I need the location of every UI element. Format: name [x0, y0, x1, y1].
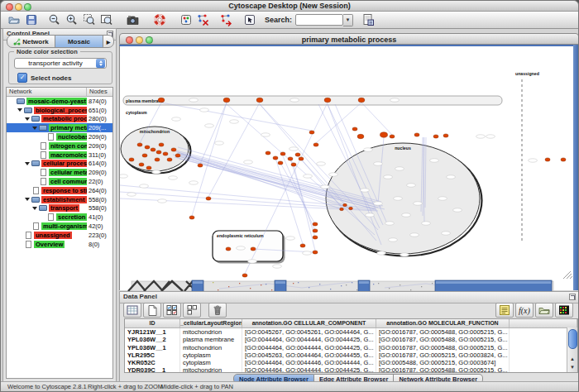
save-session-button[interactable]: [22, 12, 40, 27]
network-name: Overview: [34, 241, 65, 248]
node-count: 22(0): [87, 178, 112, 185]
node-color-dropdown[interactable]: transporter activity: [14, 58, 107, 69]
tree-row[interactable]: response to stimulu264(0): [7, 186, 112, 195]
tree-row[interactable]: transport558(0): [7, 204, 112, 213]
column-header[interactable]: _cellularLayoutRegion: [180, 319, 242, 327]
tree-col-nodes[interactable]: Nodes: [87, 88, 112, 96]
expander-icon[interactable]: [32, 207, 37, 210]
hide-selected-button[interactable]: [194, 12, 212, 27]
scrollbar-thumb[interactable]: [568, 329, 577, 349]
formula-builder-button[interactable]: f(x): [515, 303, 534, 318]
data-panel-title: Data Panel: [123, 293, 157, 300]
attribute-table-body: YJR121W__1mitochondrion[GO:0045267, GO:0…: [125, 328, 577, 373]
tab-mosaic[interactable]: Mosaic: [55, 36, 103, 47]
table-vertical-scrollbar[interactable]: ▲▼: [567, 327, 577, 372]
folder-icon: [24, 108, 32, 113]
zoom-out-icon: [48, 13, 61, 26]
main-toolbar: Search: ▼: [1, 12, 578, 29]
table-row[interactable]: YPL036W__2plasma membrane[GO:0044464, GO…: [125, 336, 577, 343]
tree-row[interactable]: secretion41(0): [7, 213, 112, 222]
table-row[interactable]: YLR295Ccytoplasm[GO:0045263, GO:0044464,…: [125, 351, 577, 359]
tab-overflow-arrow[interactable]: ▶: [103, 36, 113, 47]
svg-text:endoplasmic reticulum: endoplasmic reticulum: [217, 233, 264, 238]
stepper-icon: [96, 59, 105, 68]
cytopanel-toggle-button[interactable]: [177, 12, 194, 27]
network-graph[interactable]: plasma membranecytoplasmmitochondrionnuc…: [120, 46, 579, 292]
tab-network[interactable]: Network: [7, 36, 55, 47]
expander-icon[interactable]: [32, 127, 37, 130]
new-attribute-button[interactable]: [143, 303, 161, 318]
network-canvas[interactable]: plasma membranecytoplasmmitochondrionnuc…: [119, 45, 579, 290]
tree-row[interactable]: cellular metabo209(0): [7, 168, 112, 177]
open-session-button[interactable]: [5, 12, 22, 27]
table-cell: YDR039C__1: [125, 366, 180, 373]
import-attributes-button[interactable]: [535, 303, 553, 318]
annotation-select-button[interactable]: [241, 12, 258, 27]
attribute-matrix-button[interactable]: [555, 303, 573, 318]
select-all-attributes-button[interactable]: [163, 303, 181, 318]
search-input[interactable]: [295, 14, 343, 26]
tree-row[interactable]: mosaic-demo-yeast874(0): [7, 97, 112, 106]
expander-icon[interactable]: [25, 198, 30, 201]
network-view-titlebar[interactable]: primary metabolic process: [119, 33, 579, 45]
column-header[interactable]: ID: [125, 319, 180, 327]
attribute-list-button[interactable]: [495, 303, 514, 318]
float-panel-icon[interactable]: [569, 294, 576, 300]
zoom-selected-button[interactable]: [80, 12, 98, 27]
svg-text:cytoplasm: cytoplasm: [126, 110, 147, 115]
table-cell: [GO:0016787, GO:0005215, GO:0003824, G..…: [376, 351, 510, 359]
show-all-button[interactable]: [218, 12, 235, 27]
table-row[interactable]: YJR121W__1mitochondrion[GO:0045267, GO:0…: [125, 328, 577, 336]
tree-row[interactable]: nucleobase-209(0): [7, 132, 112, 141]
tree-col-network[interactable]: Network: [7, 88, 87, 96]
tree-row[interactable]: cellular process614(0): [7, 160, 112, 169]
expander-icon[interactable]: [25, 117, 30, 121]
table-cell: mitochondrion: [180, 344, 242, 351]
table-cell: [GO:0044464, GO:0044444, GO:0044425, G..…: [242, 336, 376, 343]
status-bar: Welcome to Cytoscape 2.8.1 Right-click +…: [1, 381, 578, 391]
matrix-icon: [557, 304, 571, 316]
select-nodes-checkbox[interactable]: ✓: [17, 73, 27, 83]
unselect-all-attributes-button[interactable]: [183, 303, 201, 318]
tree-row[interactable]: cell communicat22(0): [7, 177, 112, 186]
tree-row[interactable]: primary metabo209(...: [7, 123, 112, 132]
network-tree: Network Nodes mosaic-demo-yeast874(0)bio…: [6, 87, 113, 379]
expander-icon[interactable]: [17, 108, 22, 112]
scroll-down-icon[interactable]: ▼: [570, 365, 575, 370]
node-count: 209(...: [87, 124, 112, 131]
search-dropdown-button[interactable]: ▼: [343, 14, 353, 26]
table-cell: [GO:0044464, GO:0044446, GO:0044444, G..…: [242, 359, 376, 366]
table-row[interactable]: YDR039C__1mitochondrion[GO:0044464, GO:0…: [125, 366, 577, 373]
tree-row[interactable]: macromolecule311(0): [7, 151, 112, 160]
zoom-in-button[interactable]: [63, 12, 80, 27]
network-view-title: primary metabolic process: [120, 36, 578, 44]
zoom-out-button[interactable]: [45, 12, 63, 27]
table-cell: plasma membrane: [180, 336, 242, 343]
folder-icon: [31, 160, 40, 166]
tree-row[interactable]: establishment of lo558(0): [7, 195, 112, 204]
table-row[interactable]: YKR052Ccytoplasm[GO:0044464, GO:0044446,…: [125, 359, 577, 366]
column-header[interactable]: annotation.GO CELLULAR_COMPONENT: [242, 319, 376, 327]
snapshot-button[interactable]: [124, 12, 141, 27]
empty-boxes-icon: [185, 304, 199, 316]
tree-row[interactable]: biological_process651(0): [7, 106, 112, 115]
delete-attribute-button[interactable]: [208, 303, 227, 318]
tree-row[interactable]: nitrogen compo209(0): [7, 141, 112, 151]
node-count: 223(0): [87, 232, 112, 239]
attribute-table[interactable]: ID_cellularLayoutRegionannotation.GO CEL…: [124, 318, 578, 373]
expander-icon[interactable]: [25, 162, 30, 165]
tree-row[interactable]: metabolic process280(0): [7, 115, 112, 124]
zoom-fit-button[interactable]: [98, 12, 115, 27]
scroll-up-icon[interactable]: ▲: [570, 356, 575, 361]
search-settings-button[interactable]: [359, 12, 376, 27]
tree-row[interactable]: Overview8(0): [7, 240, 112, 249]
tab-network-label: Network: [22, 38, 49, 45]
tree-row[interactable]: multi-organism pro42(0): [7, 222, 112, 231]
search-settings-icon: [361, 13, 375, 26]
column-header[interactable]: annotation.GO MOLECULAR_FUNCTION: [376, 319, 510, 327]
attribute-table-button[interactable]: [123, 303, 141, 318]
help-button[interactable]: [151, 12, 168, 27]
yellow-list-icon: [498, 304, 511, 316]
tree-row[interactable]: unassigned223(0): [7, 231, 112, 240]
table-row[interactable]: YPL036W__1mitochondrion[GO:0044464, GO:0…: [125, 344, 577, 351]
